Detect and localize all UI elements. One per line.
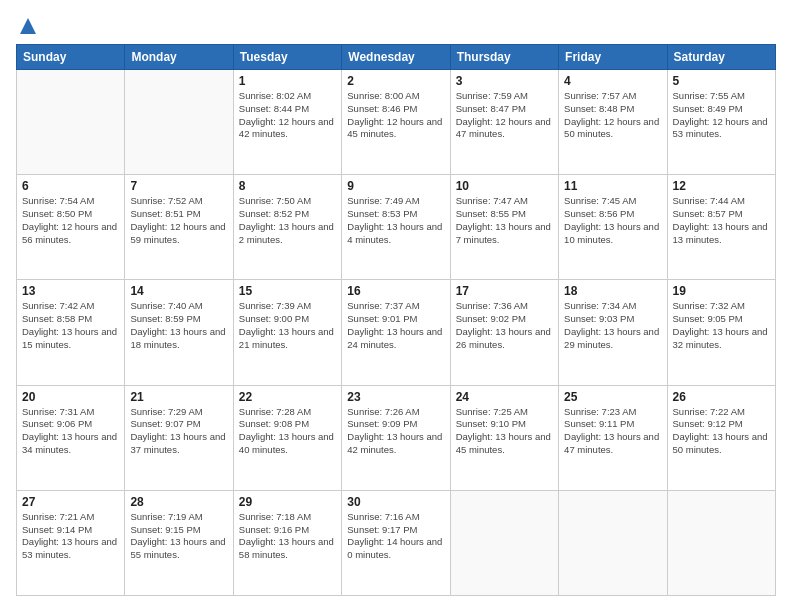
- calendar-page: SundayMondayTuesdayWednesdayThursdayFrid…: [0, 0, 792, 612]
- day-number: 22: [239, 390, 336, 404]
- day-header: Tuesday: [233, 45, 341, 70]
- cell-content: Sunrise: 7:29 AMSunset: 9:07 PMDaylight:…: [130, 406, 227, 457]
- day-header: Friday: [559, 45, 667, 70]
- cell-content: Sunrise: 7:57 AMSunset: 8:48 PMDaylight:…: [564, 90, 661, 141]
- cell-content: Sunrise: 7:39 AMSunset: 9:00 PMDaylight:…: [239, 300, 336, 351]
- calendar-cell: [667, 490, 775, 595]
- cell-content: Sunrise: 7:44 AMSunset: 8:57 PMDaylight:…: [673, 195, 770, 246]
- day-number: 13: [22, 284, 119, 298]
- calendar-cell: 27Sunrise: 7:21 AMSunset: 9:14 PMDayligh…: [17, 490, 125, 595]
- cell-content: Sunrise: 7:16 AMSunset: 9:17 PMDaylight:…: [347, 511, 444, 562]
- cell-content: Sunrise: 7:55 AMSunset: 8:49 PMDaylight:…: [673, 90, 770, 141]
- day-header: Thursday: [450, 45, 558, 70]
- day-number: 10: [456, 179, 553, 193]
- cell-content: Sunrise: 7:18 AMSunset: 9:16 PMDaylight:…: [239, 511, 336, 562]
- day-number: 28: [130, 495, 227, 509]
- calendar-cell: 4Sunrise: 7:57 AMSunset: 8:48 PMDaylight…: [559, 70, 667, 175]
- calendar-cell: 11Sunrise: 7:45 AMSunset: 8:56 PMDayligh…: [559, 175, 667, 280]
- calendar-cell: 17Sunrise: 7:36 AMSunset: 9:02 PMDayligh…: [450, 280, 558, 385]
- day-number: 21: [130, 390, 227, 404]
- day-number: 3: [456, 74, 553, 88]
- cell-content: Sunrise: 7:37 AMSunset: 9:01 PMDaylight:…: [347, 300, 444, 351]
- day-header: Wednesday: [342, 45, 450, 70]
- calendar-cell: 20Sunrise: 7:31 AMSunset: 9:06 PMDayligh…: [17, 385, 125, 490]
- day-number: 1: [239, 74, 336, 88]
- day-header: Monday: [125, 45, 233, 70]
- cell-content: Sunrise: 7:59 AMSunset: 8:47 PMDaylight:…: [456, 90, 553, 141]
- cell-content: Sunrise: 7:47 AMSunset: 8:55 PMDaylight:…: [456, 195, 553, 246]
- calendar-cell: 29Sunrise: 7:18 AMSunset: 9:16 PMDayligh…: [233, 490, 341, 595]
- calendar-cell: 9Sunrise: 7:49 AMSunset: 8:53 PMDaylight…: [342, 175, 450, 280]
- cell-content: Sunrise: 8:02 AMSunset: 8:44 PMDaylight:…: [239, 90, 336, 141]
- cell-content: Sunrise: 7:54 AMSunset: 8:50 PMDaylight:…: [22, 195, 119, 246]
- calendar-cell: 25Sunrise: 7:23 AMSunset: 9:11 PMDayligh…: [559, 385, 667, 490]
- cell-content: Sunrise: 7:26 AMSunset: 9:09 PMDaylight:…: [347, 406, 444, 457]
- logo: [16, 16, 38, 36]
- day-header: Sunday: [17, 45, 125, 70]
- calendar-cell: 8Sunrise: 7:50 AMSunset: 8:52 PMDaylight…: [233, 175, 341, 280]
- calendar-cell: 16Sunrise: 7:37 AMSunset: 9:01 PMDayligh…: [342, 280, 450, 385]
- day-number: 15: [239, 284, 336, 298]
- calendar-table: SundayMondayTuesdayWednesdayThursdayFrid…: [16, 44, 776, 596]
- calendar-cell: 15Sunrise: 7:39 AMSunset: 9:00 PMDayligh…: [233, 280, 341, 385]
- cell-content: Sunrise: 7:23 AMSunset: 9:11 PMDaylight:…: [564, 406, 661, 457]
- cell-content: Sunrise: 8:00 AMSunset: 8:46 PMDaylight:…: [347, 90, 444, 141]
- day-number: 23: [347, 390, 444, 404]
- day-number: 19: [673, 284, 770, 298]
- calendar-week-row: 6Sunrise: 7:54 AMSunset: 8:50 PMDaylight…: [17, 175, 776, 280]
- day-number: 20: [22, 390, 119, 404]
- cell-content: Sunrise: 7:34 AMSunset: 9:03 PMDaylight:…: [564, 300, 661, 351]
- day-number: 24: [456, 390, 553, 404]
- cell-content: Sunrise: 7:45 AMSunset: 8:56 PMDaylight:…: [564, 195, 661, 246]
- calendar-cell: 30Sunrise: 7:16 AMSunset: 9:17 PMDayligh…: [342, 490, 450, 595]
- calendar-week-row: 20Sunrise: 7:31 AMSunset: 9:06 PMDayligh…: [17, 385, 776, 490]
- header: [16, 16, 776, 36]
- cell-content: Sunrise: 7:42 AMSunset: 8:58 PMDaylight:…: [22, 300, 119, 351]
- day-number: 6: [22, 179, 119, 193]
- cell-content: Sunrise: 7:32 AMSunset: 9:05 PMDaylight:…: [673, 300, 770, 351]
- cell-content: Sunrise: 7:50 AMSunset: 8:52 PMDaylight:…: [239, 195, 336, 246]
- day-number: 4: [564, 74, 661, 88]
- day-number: 2: [347, 74, 444, 88]
- header-row: SundayMondayTuesdayWednesdayThursdayFrid…: [17, 45, 776, 70]
- cell-content: Sunrise: 7:25 AMSunset: 9:10 PMDaylight:…: [456, 406, 553, 457]
- calendar-week-row: 13Sunrise: 7:42 AMSunset: 8:58 PMDayligh…: [17, 280, 776, 385]
- cell-content: Sunrise: 7:28 AMSunset: 9:08 PMDaylight:…: [239, 406, 336, 457]
- cell-content: Sunrise: 7:21 AMSunset: 9:14 PMDaylight:…: [22, 511, 119, 562]
- calendar-cell: [125, 70, 233, 175]
- cell-content: Sunrise: 7:40 AMSunset: 8:59 PMDaylight:…: [130, 300, 227, 351]
- calendar-cell: 12Sunrise: 7:44 AMSunset: 8:57 PMDayligh…: [667, 175, 775, 280]
- day-number: 27: [22, 495, 119, 509]
- day-number: 29: [239, 495, 336, 509]
- day-number: 16: [347, 284, 444, 298]
- calendar-cell: 26Sunrise: 7:22 AMSunset: 9:12 PMDayligh…: [667, 385, 775, 490]
- day-number: 30: [347, 495, 444, 509]
- day-number: 14: [130, 284, 227, 298]
- calendar-cell: [559, 490, 667, 595]
- cell-content: Sunrise: 7:22 AMSunset: 9:12 PMDaylight:…: [673, 406, 770, 457]
- day-number: 9: [347, 179, 444, 193]
- calendar-cell: 22Sunrise: 7:28 AMSunset: 9:08 PMDayligh…: [233, 385, 341, 490]
- calendar-cell: 6Sunrise: 7:54 AMSunset: 8:50 PMDaylight…: [17, 175, 125, 280]
- calendar-cell: 10Sunrise: 7:47 AMSunset: 8:55 PMDayligh…: [450, 175, 558, 280]
- calendar-cell: 21Sunrise: 7:29 AMSunset: 9:07 PMDayligh…: [125, 385, 233, 490]
- cell-content: Sunrise: 7:19 AMSunset: 9:15 PMDaylight:…: [130, 511, 227, 562]
- day-header: Saturday: [667, 45, 775, 70]
- day-number: 12: [673, 179, 770, 193]
- day-number: 11: [564, 179, 661, 193]
- calendar-cell: 3Sunrise: 7:59 AMSunset: 8:47 PMDaylight…: [450, 70, 558, 175]
- calendar-cell: 2Sunrise: 8:00 AMSunset: 8:46 PMDaylight…: [342, 70, 450, 175]
- calendar-cell: 18Sunrise: 7:34 AMSunset: 9:03 PMDayligh…: [559, 280, 667, 385]
- cell-content: Sunrise: 7:52 AMSunset: 8:51 PMDaylight:…: [130, 195, 227, 246]
- calendar-cell: 23Sunrise: 7:26 AMSunset: 9:09 PMDayligh…: [342, 385, 450, 490]
- day-number: 7: [130, 179, 227, 193]
- svg-marker-0: [20, 18, 36, 34]
- calendar-cell: 5Sunrise: 7:55 AMSunset: 8:49 PMDaylight…: [667, 70, 775, 175]
- day-number: 8: [239, 179, 336, 193]
- calendar-cell: 19Sunrise: 7:32 AMSunset: 9:05 PMDayligh…: [667, 280, 775, 385]
- calendar-cell: 28Sunrise: 7:19 AMSunset: 9:15 PMDayligh…: [125, 490, 233, 595]
- cell-content: Sunrise: 7:31 AMSunset: 9:06 PMDaylight:…: [22, 406, 119, 457]
- calendar-cell: 7Sunrise: 7:52 AMSunset: 8:51 PMDaylight…: [125, 175, 233, 280]
- logo-icon: [18, 16, 38, 36]
- day-number: 17: [456, 284, 553, 298]
